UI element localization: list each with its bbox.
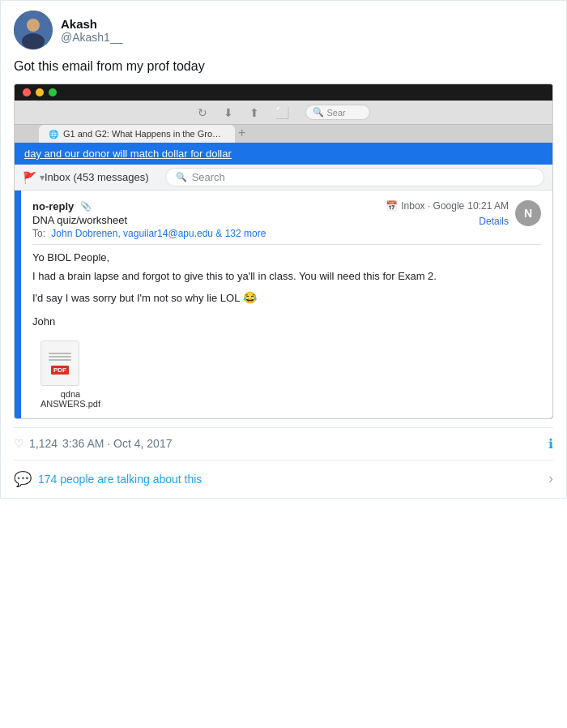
email-signature: John xyxy=(32,314,541,331)
email-location: Inbox · Google xyxy=(401,200,464,212)
svg-point-3 xyxy=(28,19,39,31)
comment-icon: 💬 xyxy=(14,470,32,488)
gmail-banner-text: day and our donor will match dollar for … xyxy=(24,148,232,160)
new-tab-button[interactable]: + xyxy=(238,126,245,140)
gmail-inbox-bar: 🚩 ▾ Inbox (453 messages) 🔍 Search xyxy=(15,165,552,191)
tweet-text: Got this email from my prof today xyxy=(14,58,553,75)
tweet-engagement[interactable]: 💬 174 people are talking about this › xyxy=(14,460,553,498)
user-info: Akash @Akash1__ xyxy=(61,17,122,44)
pdf-label: PDF xyxy=(51,366,69,375)
email-to-label: To: xyxy=(32,228,45,239)
tweet-stats: ♡ 1,124 3:36 AM · Oct 4, 2017 xyxy=(14,437,172,450)
user-handle[interactable]: @Akash1__ xyxy=(61,31,122,44)
tab-bar: 🌐 G1 and G2: What Happens in the Growth … xyxy=(15,125,552,143)
heart-icon: ♡ xyxy=(14,437,24,450)
avatar[interactable] xyxy=(14,11,53,49)
attachment-filename: qdna ANSWERS.pdf xyxy=(40,389,100,409)
gmail-search-placeholder: Search xyxy=(192,171,225,183)
browser-tab[interactable]: 🌐 G1 and G2: What Happens in the Growth … xyxy=(39,125,235,143)
email-details-link[interactable]: Details xyxy=(479,216,509,227)
flag-icon: 🚩 xyxy=(23,171,36,184)
email-body-line2: I had a brain lapse and forgot to give t… xyxy=(32,268,541,285)
email-body-line1: Yo BIOL People, xyxy=(32,250,541,267)
gmail-banner: day and our donor will match dollar for … xyxy=(15,143,552,165)
browser-search[interactable]: 🔍 Sear xyxy=(305,105,370,120)
calendar-icon: 📅 xyxy=(386,200,398,212)
email-body-line3: I'd say I was sorry but I'm not so why l… xyxy=(32,289,541,307)
gmail-search[interactable]: 🔍 Search xyxy=(165,168,544,186)
chevron-right-icon: › xyxy=(548,470,553,487)
tweet-card: Akash @Akash1__ Got this email from my p… xyxy=(0,0,567,499)
tab-title: G1 and G2: What Happens in the Growth Ph… xyxy=(63,129,225,139)
pdf-attachment-icon: PDF xyxy=(40,340,79,386)
email-attachment[interactable]: PDF qdna ANSWERS.pdf xyxy=(40,340,541,409)
tweet-date: 3:36 AM · Oct 4, 2017 xyxy=(62,437,172,450)
svg-point-2 xyxy=(22,33,45,49)
engagement-left: 💬 174 people are talking about this xyxy=(14,470,202,488)
paperclip-icon: 📎 xyxy=(80,201,92,212)
screenshot-image: ↻ ⬇ ⬆ ⬜ 🔍 Sear 🌐 G1 and G2: What Happens… xyxy=(14,84,553,418)
email-recipients: John Dobrenen, vaguilar14@apu.edu & 132 … xyxy=(51,228,266,239)
emoji-lol: 😂 xyxy=(243,291,257,304)
info-icon[interactable]: ℹ xyxy=(548,436,553,452)
email-sender: no-reply xyxy=(32,200,74,212)
display-name[interactable]: Akash xyxy=(61,17,122,31)
email-time: 10:21 AM xyxy=(467,200,509,212)
email-sender-avatar: N xyxy=(515,200,541,226)
email-subject: DNA quiz/worksheet xyxy=(32,214,266,226)
email-body: Yo BIOL People, I had a brain lapse and … xyxy=(32,250,541,330)
inbox-label: Inbox (453 messages) xyxy=(45,171,149,183)
like-count: 1,124 xyxy=(29,437,58,450)
tweet-header: Akash @Akash1__ xyxy=(14,11,553,49)
tweet-footer: ♡ 1,124 3:36 AM · Oct 4, 2017 ℹ xyxy=(14,427,553,460)
engagement-label: 174 people are talking about this xyxy=(38,473,202,486)
